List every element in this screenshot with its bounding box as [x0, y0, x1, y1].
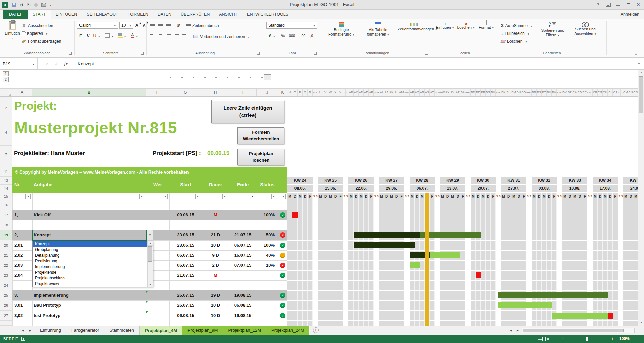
row-header-23[interactable]: 23 [0, 270, 12, 280]
column-header-AK[interactable]: AK [389, 89, 394, 97]
paste-dropdown-icon[interactable] [11, 36, 14, 40]
column-header-AS[interactable]: AS [425, 89, 430, 97]
column-header-K[interactable]: K [278, 89, 287, 97]
decrease-indent-button[interactable] [175, 33, 179, 36]
gantt-bar-milestone[interactable] [292, 212, 298, 218]
row-header-25[interactable]: 25 [0, 290, 12, 300]
alignment-dialog-launcher-icon[interactable] [257, 52, 260, 55]
column-header-BE[interactable]: BE [476, 89, 481, 97]
column-header-BZ[interactable]: BZ [567, 89, 572, 97]
gantt-bar-open[interactable] [430, 252, 460, 258]
column-header-BN[interactable]: BN [516, 89, 521, 97]
column-header-F[interactable]: F [146, 89, 169, 97]
column-header-BK[interactable]: BK [501, 89, 506, 97]
column-header-R[interactable]: R [308, 89, 313, 97]
column-header-AU[interactable]: AU [435, 89, 437, 97]
column-header-AC[interactable]: AC [354, 89, 359, 97]
column-header-Q[interactable]: Q [303, 89, 308, 97]
fill-button[interactable]: Füllbereich [501, 30, 529, 37]
sheet-tab-projektplan_24m[interactable]: Projektplan_24M [266, 326, 310, 335]
ribbon-tab-einfügen[interactable]: EINFÜGEN [51, 10, 82, 19]
insert-cells-button[interactable]: + Einfügen [435, 21, 455, 50]
column-header-AX[interactable]: AX [445, 89, 450, 97]
row-header-19[interactable]: 19 [0, 230, 12, 240]
column-header-H[interactable]: H [202, 89, 229, 97]
filter-button[interactable]: ▼ [250, 194, 255, 199]
collapse-ribbon-button[interactable] [633, 52, 639, 56]
zoom-slider[interactable] [568, 339, 608, 339]
column-header-BW[interactable]: BW [557, 89, 559, 97]
row-header-hidden[interactable] [0, 164, 12, 167]
redo-icon[interactable] [27, 2, 31, 8]
ribbon-tab-überprüfen[interactable]: ÜBERPRÜFEN [176, 10, 214, 19]
filter-button[interactable]: ▼ [25, 194, 31, 199]
bold-button[interactable]: F [78, 32, 84, 39]
column-header-I[interactable]: I [229, 89, 257, 97]
column-header-AQ[interactable]: AQ [415, 89, 420, 97]
ribbon-options-icon[interactable] [603, 0, 613, 9]
column-header-BS[interactable]: BS [537, 89, 542, 97]
row-header-15[interactable]: 15 [0, 193, 12, 200]
sort-filter-button[interactable]: Sortieren und Filtern [538, 21, 568, 50]
align-left-button[interactable] [150, 33, 155, 36]
outline-level-1-button[interactable]: 1 [3, 71, 9, 76]
sheet-nav-left-icon[interactable]: ◀ [20, 326, 26, 335]
decrease-decimal-button[interactable]: ,0 [308, 32, 315, 39]
clear-plan-button[interactable]: Projektplan löschen [237, 149, 284, 165]
font-color-button[interactable] [129, 32, 140, 39]
styles-dialog-launcher-icon[interactable] [425, 52, 428, 55]
column-header-G[interactable]: G [169, 89, 202, 97]
column-header-AD[interactable]: AD [359, 89, 364, 97]
formula-value[interactable]: Konzept [78, 58, 94, 69]
font-size-select[interactable]: 10 [119, 22, 133, 29]
column-header-N[interactable]: N [287, 89, 292, 97]
page-layout-view-icon[interactable] [545, 337, 550, 341]
dropdown-item-3[interactable]: Detailplanung [33, 253, 147, 258]
column-header-AF[interactable]: AF [369, 89, 374, 97]
format-cells-button[interactable]: Format [477, 21, 496, 50]
column-header-AI[interactable]: AI [379, 89, 384, 97]
decrease-font-button[interactable]: A▼ [142, 22, 149, 29]
row-header-20[interactable]: 20 [0, 240, 12, 250]
column-header-CF[interactable]: CF [593, 89, 598, 97]
page-break-view-icon[interactable] [553, 337, 557, 341]
column-header-J[interactable]: J [257, 89, 278, 97]
normal-view-icon[interactable] [538, 337, 543, 341]
column-header-BF[interactable]: BF [481, 89, 486, 97]
maximize-icon[interactable] [623, 0, 633, 9]
sign-in[interactable]: Anmelden [621, 10, 639, 19]
ribbon-tab-datei[interactable]: DATEI [3, 10, 28, 19]
merge-center-button[interactable]: Verbinden und zentrieren [193, 33, 250, 40]
table-row-16[interactable] [12, 200, 287, 210]
increase-indent-button[interactable] [182, 33, 186, 36]
help-icon[interactable] [593, 0, 603, 9]
ribbon-tab-formeln[interactable]: FORMELN [123, 10, 153, 19]
row-header-22[interactable]: 22 [0, 260, 12, 270]
ribbon-tab-start[interactable]: START [28, 10, 51, 20]
filter-button[interactable]: ▼ [163, 194, 168, 199]
column-header-BU[interactable]: BU [547, 89, 552, 97]
column-header-CK[interactable]: CK [618, 89, 621, 97]
column-header-BG[interactable]: BG [486, 89, 491, 97]
gantt-bar-milestone[interactable] [608, 313, 613, 319]
dropdown-scrollbar[interactable]: ▲▼ [147, 241, 153, 287]
align-top-button[interactable] [150, 23, 155, 26]
column-header-CL[interactable]: CL [621, 89, 623, 97]
column-header-Z[interactable]: Z [343, 89, 346, 97]
column-header-BD[interactable]: BD [471, 89, 476, 97]
filter-button[interactable]: ▼ [271, 194, 276, 199]
column-header-U[interactable]: U [318, 89, 323, 97]
outline-level-2-button[interactable]: 2 [3, 77, 9, 82]
column-header-AA[interactable]: AA [346, 89, 348, 97]
number-format-select[interactable]: Standard [266, 22, 317, 29]
column-header-AZ[interactable]: AZ [455, 89, 460, 97]
row-header-27[interactable]: 27 [0, 311, 12, 321]
align-middle-button[interactable] [158, 23, 163, 26]
horizontal-scrollbar[interactable] [522, 328, 635, 333]
scroll-down-icon[interactable]: ▼ [638, 320, 644, 325]
percent-format-button[interactable]: % [280, 32, 286, 39]
row-header-4[interactable]: 4 [0, 119, 12, 146]
font-family-select[interactable]: Calibri [77, 22, 118, 29]
dropdown-item-6[interactable]: Projektende [33, 270, 147, 275]
dropdown-item-1[interactable]: Konzept [33, 241, 147, 247]
